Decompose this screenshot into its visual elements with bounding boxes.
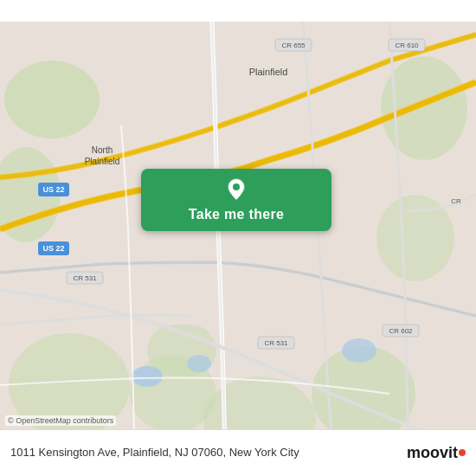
location-pin-icon xyxy=(226,177,247,203)
svg-point-1 xyxy=(4,61,100,138)
svg-text:CR 602: CR 602 xyxy=(389,327,413,335)
svg-text:Plainfield: Plainfield xyxy=(85,157,120,166)
svg-point-12 xyxy=(342,338,376,363)
take-me-there-button[interactable]: Take me there xyxy=(141,169,331,231)
button-label: Take me there xyxy=(189,207,284,222)
svg-text:CR 531: CR 531 xyxy=(73,274,97,282)
moovit-logo-dot xyxy=(459,449,466,456)
svg-text:Plainfield: Plainfield xyxy=(249,67,288,77)
svg-point-32 xyxy=(233,183,240,190)
osm-attribution: © OpenStreetMap contributors xyxy=(5,415,116,426)
svg-text:CR 610: CR 610 xyxy=(395,42,419,49)
address-text: 1011 Kensington Ave, Plainfield, NJ 0706… xyxy=(10,445,400,460)
svg-text:CR 655: CR 655 xyxy=(281,42,306,49)
map-container: US 22 US 22 CR 531 CR 531 CR 655 CR 610 … xyxy=(0,0,476,476)
svg-text:US 22: US 22 xyxy=(42,244,64,253)
svg-text:US 22: US 22 xyxy=(42,185,64,194)
bottom-bar: 1011 Kensington Ave, Plainfield, NJ 0706… xyxy=(0,429,476,476)
moovit-logo: moovit xyxy=(407,444,466,462)
svg-text:CR: CR xyxy=(451,197,461,205)
svg-point-10 xyxy=(132,366,163,387)
svg-text:CR 531: CR 531 xyxy=(264,339,288,347)
moovit-logo-text: moovit xyxy=(407,444,458,462)
svg-text:North: North xyxy=(92,145,113,155)
map-background: US 22 US 22 CR 531 CR 531 CR 655 CR 610 … xyxy=(0,0,476,476)
svg-point-11 xyxy=(187,355,211,372)
